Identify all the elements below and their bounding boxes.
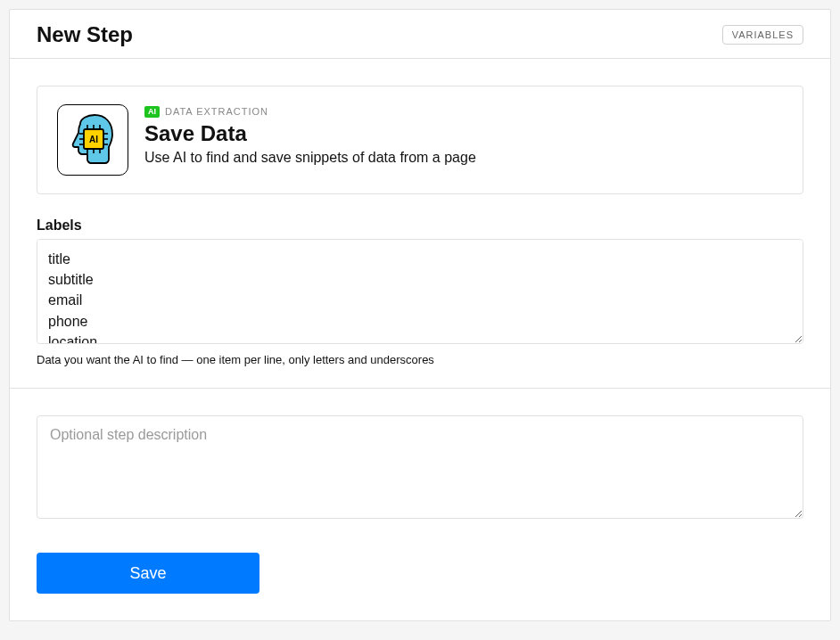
svg-text:AI: AI (89, 135, 98, 144)
ai-badge: AI (144, 106, 160, 118)
step-category: DATA EXTRACTION (165, 106, 268, 117)
step-icon: AI (57, 104, 128, 176)
ai-head-icon: AI (64, 111, 121, 168)
new-step-panel: New Step VARIABLES (9, 9, 831, 621)
page-title: New Step (37, 22, 133, 47)
step-tag-row: AI DATA EXTRACTION (144, 106, 781, 118)
variables-button[interactable]: VARIABLES (722, 25, 803, 45)
panel-body: AI AI DATA EXTRACTION Save Data Use AI t… (10, 59, 830, 388)
description-textarea[interactable] (37, 415, 803, 519)
labels-helper-text: Data you want the AI to find — one item … (37, 353, 803, 366)
step-type-card: AI AI DATA EXTRACTION Save Data Use AI t… (37, 86, 803, 194)
step-title: Save Data (144, 121, 781, 146)
save-button[interactable]: Save (37, 553, 259, 594)
labels-field-label: Labels (37, 217, 803, 234)
labels-textarea[interactable] (37, 239, 803, 344)
panel-header: New Step VARIABLES (10, 10, 830, 59)
panel-footer: Save (10, 388, 830, 620)
step-card-body: AI DATA EXTRACTION Save Data Use AI to f… (144, 104, 781, 166)
step-description: Use AI to find and save snippets of data… (144, 150, 781, 166)
